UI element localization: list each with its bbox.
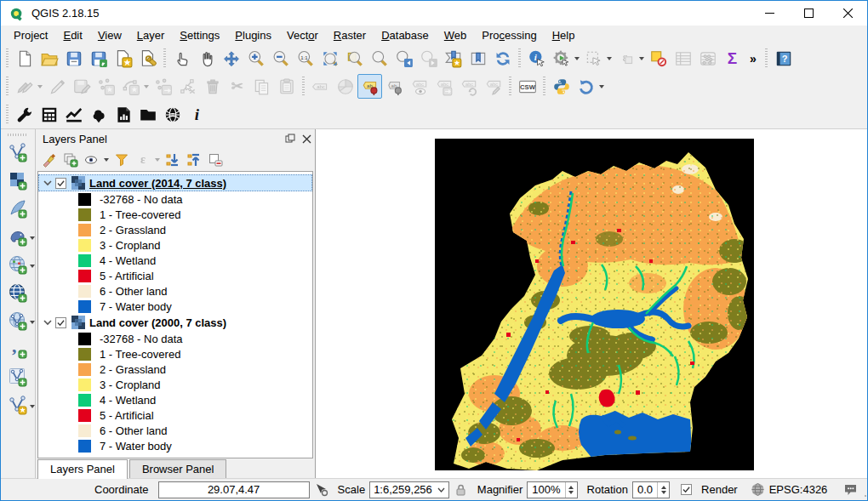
- paste-features-button[interactable]: [274, 74, 299, 99]
- resize-grip[interactable]: [864, 487, 868, 500]
- add-spatialite-layer-button[interactable]: [5, 196, 31, 221]
- add-feature-button[interactable]: [94, 74, 118, 99]
- plugin-reloader-button[interactable]: [574, 74, 598, 99]
- attribute-table-button[interactable]: [671, 46, 695, 71]
- node-tool-button[interactable]: [175, 74, 200, 99]
- current-edits-dropdown[interactable]: [37, 85, 43, 91]
- toolbar-grip[interactable]: [8, 132, 28, 138]
- identify-button[interactable]: i: [524, 46, 549, 71]
- pan-map-button[interactable]: [194, 46, 219, 71]
- crs-globe-icon[interactable]: [751, 482, 765, 497]
- close-button[interactable]: [828, 1, 867, 26]
- spin-down-icon[interactable]: [661, 491, 666, 497]
- zoom-to-layer-button[interactable]: [342, 46, 367, 71]
- coordinate-input[interactable]: [158, 481, 310, 498]
- map-canvas[interactable]: [316, 129, 867, 478]
- delete-selected-button[interactable]: [200, 74, 225, 99]
- postgis-dropdown[interactable]: [30, 236, 35, 242]
- add-raster-layer-button[interactable]: [5, 168, 31, 193]
- help-button[interactable]: ?: [771, 46, 796, 71]
- menu-item[interactable]: Project: [6, 27, 55, 43]
- minimize-button[interactable]: [750, 1, 789, 26]
- layer-diagram-pin-button[interactable]: ab: [382, 74, 407, 99]
- open-project-button[interactable]: [37, 46, 61, 71]
- new-bookmark-button[interactable]: [441, 46, 465, 71]
- layer-styling-button[interactable]: [39, 150, 60, 170]
- copy-features-button[interactable]: [249, 74, 274, 99]
- zoom-to-selection-button[interactable]: [367, 46, 391, 71]
- save-layer-edits-button[interactable]: [69, 74, 94, 99]
- menu-item[interactable]: Help: [545, 27, 583, 43]
- menu-item[interactable]: Edit: [55, 27, 89, 43]
- layer-checkbox[interactable]: [55, 178, 66, 189]
- menu-item[interactable]: Layer: [129, 27, 173, 43]
- menu-item[interactable]: Raster: [326, 27, 374, 43]
- rotate-label-button[interactable]: abc: [456, 74, 481, 99]
- zoom-full-button[interactable]: [317, 46, 342, 71]
- filter-expression-button[interactable]: ε: [133, 150, 153, 170]
- add-vector-layer-button[interactable]: [5, 139, 31, 165]
- reloader-dropdown[interactable]: [599, 85, 604, 91]
- shapefile-dropdown[interactable]: [30, 405, 35, 411]
- scale-combobox[interactable]: 1:6,259,256: [369, 481, 449, 498]
- chevron-down-icon[interactable]: [42, 177, 54, 189]
- change-label-button[interactable]: abc: [481, 74, 505, 99]
- menu-item[interactable]: Plugins: [227, 27, 279, 43]
- messages-bubble-icon[interactable]: [843, 482, 858, 497]
- chevron-down-icon[interactable]: [42, 316, 54, 328]
- show-bookmarks-button[interactable]: [465, 46, 490, 71]
- visibility-dropdown[interactable]: [104, 158, 109, 164]
- toolbar-grip[interactable]: [162, 48, 168, 69]
- toolkit-trend-button[interactable]: [61, 102, 86, 127]
- toolbar-grip[interactable]: [300, 77, 306, 97]
- spin-down-icon[interactable]: [568, 491, 574, 497]
- toolbar-overflow-button[interactable]: »: [745, 46, 762, 71]
- layer-item-2000[interactable]: Land cover (2000, 7 class): [38, 314, 312, 331]
- spin-up-icon[interactable]: [661, 483, 666, 489]
- new-project-button[interactable]: [12, 46, 37, 71]
- new-shapefile-layer-button[interactable]: [5, 392, 31, 418]
- zoom-native-button[interactable]: 1:1: [293, 46, 317, 71]
- label-toolbar-button[interactable]: abc: [308, 74, 333, 99]
- cut-features-button[interactable]: ✂: [225, 74, 249, 99]
- toolbar-grip[interactable]: [763, 48, 769, 69]
- toolkit-wrench-button[interactable]: [12, 102, 37, 127]
- layer-item-2014[interactable]: Land cover (2014, 7 class): [38, 174, 312, 191]
- filter-expression-dropdown[interactable]: [155, 158, 160, 164]
- toolkit-report-button[interactable]: [111, 102, 135, 127]
- tab-browser-panel[interactable]: Browser Panel: [129, 459, 227, 478]
- maximize-button[interactable]: [789, 1, 828, 26]
- menu-item[interactable]: Database: [374, 27, 437, 43]
- menu-item[interactable]: Vector: [279, 27, 326, 43]
- layer-checkbox[interactable]: [55, 317, 66, 328]
- toolkit-calculator-button[interactable]: [37, 102, 61, 127]
- project-properties-button[interactable]: [135, 46, 160, 71]
- statistical-summary-button[interactable]: Σ: [720, 46, 745, 71]
- toggle-editing-button[interactable]: [44, 74, 69, 99]
- add-delimited-text-layer-button[interactable]: ,: [5, 336, 31, 362]
- render-checkbox[interactable]: [681, 484, 692, 495]
- touch-zoom-button[interactable]: [169, 46, 194, 71]
- toolbar-grip[interactable]: [4, 105, 10, 125]
- new-temporary-scratch-layer-button[interactable]: [5, 364, 31, 390]
- select-features-button[interactable]: [581, 46, 606, 71]
- zoom-in-button[interactable]: [243, 46, 268, 71]
- zoom-next-button[interactable]: [416, 46, 441, 71]
- extents-toggle-icon[interactable]: [314, 482, 328, 497]
- show-hide-labels-button[interactable]: abc: [407, 74, 431, 99]
- pan-to-selection-button[interactable]: [219, 46, 243, 71]
- spin-up-icon[interactable]: [568, 483, 574, 489]
- refresh-button[interactable]: [490, 46, 515, 71]
- menu-item[interactable]: View: [90, 27, 129, 43]
- diagram-options-button[interactable]: [333, 74, 357, 99]
- current-edits-button[interactable]: [12, 74, 37, 99]
- save-project-as-button[interactable]: [86, 46, 111, 71]
- toolbar-grip[interactable]: [507, 77, 513, 97]
- toolkit-globe-button[interactable]: [160, 102, 185, 127]
- select-by-expression-button[interactable]: ε: [614, 46, 638, 71]
- rotation-spinbox[interactable]: 0.0: [632, 481, 670, 498]
- toolkit-info-button[interactable]: i: [185, 102, 209, 127]
- new-from-template-button[interactable]: [111, 46, 135, 71]
- layer-labeling-options-button[interactable]: ab: [357, 74, 382, 99]
- wms-dropdown[interactable]: [30, 265, 35, 270]
